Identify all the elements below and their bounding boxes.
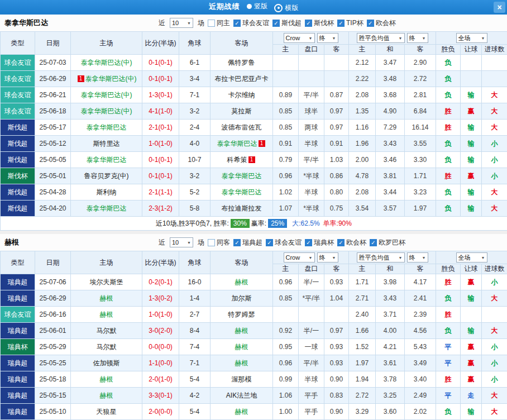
match-row: 斯伐超25-05-12斯特里达1-0(1-0)4-0泰拿华斯巴达10.91半球0… <box>1 136 507 152</box>
league-filter[interactable]: 瑞典杯 <box>305 238 334 247</box>
away-team-name[interactable]: 赫根 <box>235 327 248 335</box>
home-team-name[interactable]: 鲁容贝罗克(中) <box>84 172 129 180</box>
match-score[interactable]: 0-0(0-0) <box>142 339 179 355</box>
league-filter[interactable]: TIP杯 <box>337 18 363 28</box>
layout-radio-horizontal[interactable]: 横版 <box>274 3 298 13</box>
away-team-name[interactable]: 赫根 <box>235 278 248 286</box>
euro-final-select[interactable]: 终▼ <box>407 252 428 262</box>
asia-final-select[interactable]: 终▼ <box>317 252 338 262</box>
league-filter[interactable]: 球会友谊 <box>233 18 269 28</box>
home-team-name[interactable]: 斯利纳 <box>97 188 117 196</box>
away-team-name[interactable]: 莫拉斯 <box>232 107 252 115</box>
home-team-name[interactable]: 马尔默 <box>97 343 117 351</box>
match-score[interactable]: 2-1(1-1) <box>142 184 179 201</box>
away-team-name[interactable]: 布拉迪斯拉发 <box>222 204 262 212</box>
match-score[interactable]: 1-0(1-0) <box>142 136 179 152</box>
league-filter[interactable]: 欧罗巴杯 <box>370 238 405 247</box>
match-score[interactable]: 0-1(0-1) <box>142 152 179 168</box>
match-score[interactable]: 1-1(0-0) <box>142 355 179 371</box>
home-team-name[interactable]: 埃尔夫斯堡 <box>90 278 123 286</box>
match-count-select[interactable]: 10▼ <box>170 18 193 28</box>
home-team-name[interactable]: 赫根 <box>100 294 113 302</box>
away-team-name[interactable]: 泰拿华斯巴达 <box>222 188 262 196</box>
match-score[interactable]: 0-1(0-1) <box>142 168 179 184</box>
league-filter[interactable]: 欧会杯 <box>337 238 366 247</box>
home-team-name[interactable]: 赫根 <box>100 392 113 399</box>
league-filter[interactable]: 斯伐超 <box>272 18 302 28</box>
match-score[interactable]: 1-3(0-1) <box>142 87 179 103</box>
asia-away-odds: 0.93 <box>324 274 349 290</box>
match-score[interactable]: 4-1(1-0) <box>142 103 179 120</box>
same-side-filter[interactable]: 同客 <box>208 238 230 247</box>
asia-home-odds: 0.96 <box>273 168 299 184</box>
match-score[interactable]: 1-0(1-0) <box>142 307 179 323</box>
league-filter[interactable]: 欧会杯 <box>367 18 396 28</box>
home-team-name[interactable]: 佐加顿斯 <box>93 359 120 367</box>
away-team-name[interactable]: AIK法兰地 <box>226 392 257 399</box>
away-team-name[interactable]: 赫根 <box>235 343 248 351</box>
match-score[interactable]: 2-0(0-0) <box>142 404 179 420</box>
home-team-name[interactable]: 马尔默 <box>97 327 117 335</box>
odds-source-select[interactable]: Crow▼ <box>284 252 315 262</box>
home-team-name[interactable]: 泰拿华斯巴达 <box>87 156 127 164</box>
asia-handicap <box>299 307 324 323</box>
euro-draw-odds: 3.68 <box>376 87 405 103</box>
match-score[interactable]: 2-0(1-0) <box>142 371 179 388</box>
match-score[interactable]: 3-0(2-0) <box>142 323 179 339</box>
home-team-name[interactable]: 泰拿华斯巴达 <box>87 204 127 212</box>
away-team-name[interactable]: 加尔斯 <box>232 294 252 302</box>
sub-column-header: 和 <box>376 45 405 55</box>
away-team-name[interactable]: 科希策 <box>227 156 247 164</box>
away-team-name[interactable]: 波德布雷佐瓦 <box>222 123 262 131</box>
away-team-name[interactable]: 布拉卡巴尼亚卢卡 <box>215 75 269 83</box>
home-team-name[interactable]: 天狼星 <box>97 408 117 416</box>
away-team-name[interactable]: 佩特罗鲁 <box>228 59 255 66</box>
home-team-name[interactable]: 泰拿华斯巴达(中) <box>85 75 137 83</box>
checkbox-checked-icon <box>370 239 377 246</box>
layout-radio-vertical[interactable]: 竖版 <box>247 2 267 11</box>
chevron-down-icon: ▼ <box>309 256 313 260</box>
away-team-name[interactable]: 渥那模 <box>232 375 252 383</box>
odds-source-select[interactable]: Crow▼ <box>284 33 315 43</box>
away-team-name[interactable]: 赫根 <box>235 359 248 367</box>
league-filter[interactable]: 瑞典超 <box>233 238 262 247</box>
euro-average-select[interactable]: 胜平负均值▼ <box>357 33 405 43</box>
home-team-name[interactable]: 泰拿华斯巴达(中) <box>81 59 132 66</box>
match-score[interactable]: 3-3(0-1) <box>142 388 179 404</box>
match-count-select[interactable]: 10▼ <box>170 237 193 247</box>
away-team-name[interactable]: 卡尔维纳 <box>228 91 255 99</box>
asia-final-select[interactable]: 终▼ <box>317 33 338 43</box>
home-team-name[interactable]: 斯特里达 <box>93 140 120 147</box>
close-button[interactable]: × <box>494 2 505 13</box>
league-filter[interactable]: 球会友谊 <box>266 238 302 247</box>
match-row: 瑞典超25-05-18赫根2-0(1-0)5-4渥那模0.99半球0.901.9… <box>1 371 507 388</box>
scope-select[interactable]: 全场▼ <box>456 252 487 262</box>
goals-result-cell: 小 <box>482 274 507 290</box>
league-filter[interactable]: 斯伐杯 <box>305 18 334 28</box>
euro-average-select[interactable]: 胜平负均值▼ <box>357 252 405 262</box>
home-team-name[interactable]: 泰拿华斯巴达 <box>87 123 127 131</box>
checkbox-unchecked-icon <box>208 20 215 27</box>
scope-select[interactable]: 全场▼ <box>456 33 487 43</box>
home-team-name[interactable]: 赫根 <box>100 375 113 383</box>
away-team-name[interactable]: 特罗姆瑟 <box>228 311 255 318</box>
match-score[interactable]: 2-1(0-1) <box>142 120 179 136</box>
home-team-name[interactable]: 泰拿华斯巴达(中) <box>81 107 132 115</box>
match-row: 斯伐超25-05-17泰拿华斯巴达2-1(0-1)2-4波德布雷佐瓦0.85两球… <box>1 120 507 136</box>
asia-handicap <box>299 71 324 87</box>
near-label: 近 <box>159 18 165 28</box>
away-team-name[interactable]: 泰拿华斯巴达 <box>222 172 262 180</box>
match-score[interactable]: 1-3(0-2) <box>142 290 179 307</box>
match-score[interactable]: 0-2(0-1) <box>142 274 179 290</box>
away-team-name[interactable]: 泰拿华斯巴达 <box>217 140 257 147</box>
sub-column-header: 主 <box>349 45 376 55</box>
page-title: 近期战绩 <box>209 2 240 11</box>
same-side-filter[interactable]: 同主 <box>208 18 230 28</box>
match-score[interactable]: 0-1(0-1) <box>142 71 179 87</box>
home-team-name[interactable]: 赫根 <box>100 311 113 318</box>
match-score[interactable]: 0-1(0-1) <box>142 55 179 71</box>
home-team-name[interactable]: 泰拿华斯巴达(中) <box>81 91 132 99</box>
away-team-name[interactable]: 赫根 <box>235 408 248 416</box>
euro-final-select[interactable]: 终▼ <box>407 33 428 43</box>
match-score[interactable]: 2-3(1-2) <box>142 201 179 217</box>
